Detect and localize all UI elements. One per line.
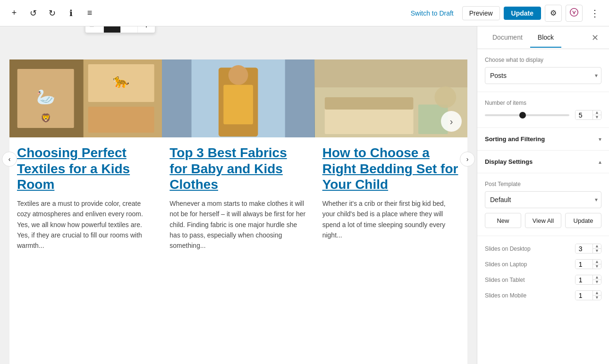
slides-laptop-label: Slides on Laptop: [485, 261, 527, 268]
svg-text:🦢: 🦢: [36, 88, 55, 106]
add-button[interactable]: +: [6, 5, 23, 22]
gear-icon: ⚙: [550, 8, 557, 17]
slides-mobile-spinner: ▲ ▼: [575, 290, 601, 300]
block-type-icon: ⊞: [89, 26, 94, 28]
post-title-1[interactable]: Choosing Perfect Textiles for a Kids Roo…: [17, 145, 154, 193]
sorting-filtering-label: Sorting and Filtering: [485, 135, 545, 143]
update-button[interactable]: Update: [504, 7, 541, 20]
post-template-select-wrapper: Default ▾: [485, 191, 601, 208]
slides-tablet-label: Slides on Tablet: [485, 277, 525, 283]
post-excerpt-1: Textiles are a must to provide color, cr…: [17, 198, 154, 251]
toolbar-right-actions: Switch to Draft Preview Update ⚙ ⋮: [406, 5, 603, 22]
slides-mobile-label: Slides on Mobile: [485, 292, 526, 299]
svg-rect-24: [325, 97, 414, 110]
tab-block[interactable]: Block: [530, 28, 561, 48]
display-settings-label: Display Settings: [485, 158, 533, 165]
sorting-filtering-section[interactable]: Sorting and Filtering ▾: [477, 128, 609, 151]
svg-point-19: [228, 65, 248, 85]
svg-point-26: [434, 86, 456, 108]
slides-laptop-input[interactable]: [575, 260, 592, 269]
view-list-button[interactable]: [104, 26, 121, 33]
redo-button[interactable]: ↻: [43, 5, 60, 22]
svg-rect-15: [88, 107, 154, 133]
preview-button[interactable]: Preview: [462, 6, 500, 20]
post-image-2: [162, 59, 314, 137]
sidebar-header: Document Block ✕: [477, 26, 609, 49]
template-buttons-group: New View All Update: [485, 213, 601, 228]
view-grid-button[interactable]: [121, 26, 138, 33]
new-template-button[interactable]: New: [485, 213, 521, 228]
number-of-items-section: Number of items ▲ ▼: [477, 92, 609, 128]
yoast-button[interactable]: [566, 5, 583, 22]
slides-mobile-row: Slides on Mobile ▲ ▼: [485, 290, 601, 300]
slides-desktop-row: Slides on Desktop ▲ ▼: [485, 244, 601, 254]
display-settings-section[interactable]: Display Settings ▴: [477, 151, 609, 173]
tab-document[interactable]: Document: [485, 28, 530, 48]
svg-point-0: [570, 8, 578, 17]
post-template-section: Post Template Default ▾ New View All Upd…: [477, 173, 609, 236]
post-body-2: Top 3 Best Fabrics for Baby and Kids Clo…: [162, 137, 314, 259]
block-type-select[interactable]: ⊞ ▾: [85, 26, 104, 33]
undo-button[interactable]: ↺: [25, 5, 42, 22]
svg-text:🐆: 🐆: [113, 73, 129, 89]
post-excerpt-2: Whenever a mom starts to make clothes it…: [169, 198, 307, 251]
slides-tablet-spinner: ▲ ▼: [575, 275, 601, 285]
choose-display-label: Choose what to display: [485, 57, 601, 63]
more-options-button[interactable]: ⋮: [586, 5, 603, 22]
items-row: ▲ ▼: [485, 110, 601, 120]
slides-laptop-down[interactable]: ▼: [593, 264, 601, 269]
post-body-1: Choosing Perfect Textiles for a Kids Roo…: [9, 137, 162, 259]
slides-mobile-arrows: ▲ ▼: [592, 291, 601, 300]
info-button[interactable]: ℹ: [62, 5, 79, 22]
items-slider[interactable]: [485, 114, 569, 116]
slides-desktop-spinner: ▲ ▼: [575, 244, 601, 254]
choose-display-select[interactable]: Posts: [485, 67, 601, 84]
slides-desktop-label: Slides on Desktop: [485, 245, 531, 252]
sidebar-close-button[interactable]: ✕: [588, 31, 601, 44]
carousel-next-button[interactable]: ›: [460, 152, 475, 167]
slides-tablet-down[interactable]: ▼: [593, 280, 601, 284]
slides-laptop-spinner: ▲ ▼: [575, 259, 601, 269]
sidebar-tabs: Document Block: [485, 28, 561, 48]
block-toolbar: ⊞ ▾: [85, 26, 155, 33]
view-all-templates-button[interactable]: View All: [525, 213, 561, 228]
post-template-select[interactable]: Default: [485, 191, 601, 208]
post-card-1: ‹ 🦢 🦁 🐆: [9, 59, 162, 259]
slides-tablet-input[interactable]: [575, 275, 592, 284]
post-body-3: How to Choose a Right Bedding Set for Yo…: [315, 137, 467, 248]
slides-desktop-down[interactable]: ▼: [593, 249, 601, 253]
post-card-2: Top 3 Best Fabrics for Baby and Kids Clo…: [162, 59, 314, 259]
sorting-chevron-icon: ▾: [599, 136, 601, 143]
slides-tablet-arrows: ▲ ▼: [592, 275, 601, 284]
slides-desktop-arrows: ▲ ▼: [592, 244, 601, 253]
menu-button[interactable]: ≡: [81, 5, 98, 22]
post-template-label: Post Template: [485, 181, 601, 187]
block-more-button[interactable]: ⋮: [138, 26, 155, 33]
list-view-icon: [109, 26, 116, 29]
post-title-3[interactable]: How to Choose a Right Bedding Set for Yo…: [322, 145, 460, 193]
slides-mobile-input[interactable]: [575, 291, 592, 300]
slides-desktop-input[interactable]: [575, 244, 592, 253]
main-area: ⊞ ▾: [0, 26, 609, 364]
svg-rect-20: [224, 85, 254, 124]
main-toolbar: + ↺ ↻ ℹ ≡ Switch to Draft Preview Update…: [0, 0, 609, 26]
carousel-prev-button[interactable]: ‹: [2, 152, 17, 167]
svg-text:🦁: 🦁: [41, 113, 51, 123]
settings-gear-button[interactable]: ⚙: [545, 5, 562, 22]
post-image-3: ›: [315, 59, 467, 137]
display-settings-chevron-icon: ▴: [599, 159, 601, 165]
update-template-button[interactable]: Update: [565, 213, 601, 228]
slides-settings-section: Slides on Desktop ▲ ▼ Slides on Laptop ▲: [477, 236, 609, 306]
post-excerpt-3: Whether it's a crib or their first big k…: [322, 198, 460, 241]
choose-display-select-wrapper: Posts ▾: [485, 67, 601, 84]
posts-grid: ‹ 🦢 🦁 🐆: [9, 59, 467, 259]
switch-to-draft-button[interactable]: Switch to Draft: [406, 7, 458, 20]
post-image-1: 🦢 🦁 🐆: [9, 59, 162, 137]
number-of-items-label: Number of items: [485, 100, 601, 106]
items-number-spinner: ▲ ▼: [575, 110, 601, 120]
post-title-2[interactable]: Top 3 Best Fabrics for Baby and Kids Clo…: [169, 145, 307, 193]
spinner-down-button[interactable]: ▼: [593, 115, 601, 119]
post-card-3: › How to Choose a Right Bedding Set for …: [315, 59, 467, 259]
items-number-input[interactable]: [575, 110, 592, 119]
slides-mobile-down[interactable]: ▼: [593, 296, 601, 300]
